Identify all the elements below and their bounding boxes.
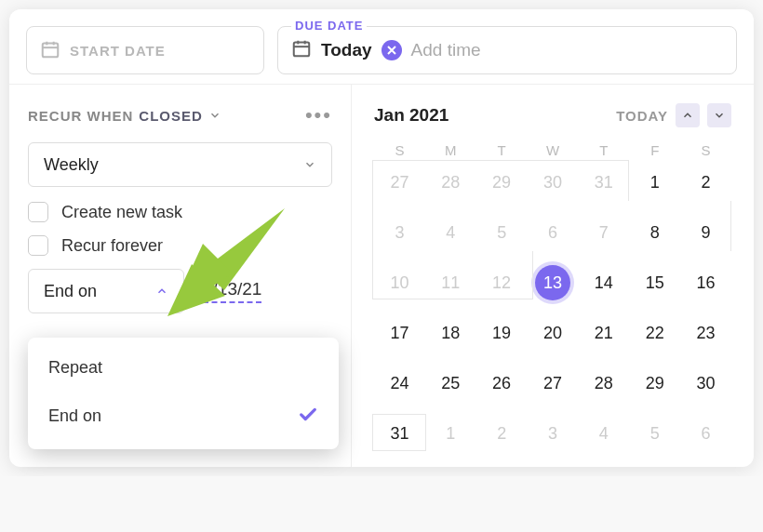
date-cell[interactable]: 29 (476, 167, 528, 197)
dow-label: F (629, 142, 680, 158)
frequency-select[interactable]: Weekly (28, 142, 332, 187)
date-cell[interactable]: 2 (476, 419, 528, 448)
date-cell[interactable]: 1 (629, 167, 680, 197)
end-mode-value: End on (44, 282, 97, 301)
dow-label: S (680, 142, 731, 158)
recur-state: CLOSED (139, 108, 203, 124)
date-cell[interactable]: 23 (680, 318, 731, 348)
recur-header: RECUR WHEN CLOSED ••• (28, 103, 332, 127)
dow-label: T (578, 142, 629, 158)
chevron-down-icon (303, 158, 316, 171)
calendar-icon (40, 39, 60, 62)
recurrence-panel: RECUR WHEN CLOSED ••• Weekly Create new … (9, 85, 352, 467)
date-cell[interactable]: 27 (374, 167, 425, 197)
date-cell[interactable]: 6 (528, 218, 579, 247)
dow-label: W (528, 142, 579, 158)
dropdown-item-end-on[interactable]: End on (28, 391, 339, 442)
end-mode-select[interactable]: End on (28, 269, 184, 313)
svg-rect-4 (294, 43, 310, 57)
dropdown-item-label: End on (48, 406, 101, 426)
date-cell[interactable]: 27 (528, 368, 579, 398)
header-row: START DATE DUE DATE Today Add time (9, 9, 754, 84)
date-cell[interactable]: 18 (425, 318, 476, 348)
date-cell[interactable]: 30 (528, 167, 579, 197)
chevron-down-icon (208, 109, 221, 122)
add-time-button[interactable]: Add time (411, 40, 481, 60)
calendar-header: Jan 2021 TODAY (374, 103, 731, 127)
frequency-value: Weekly (44, 155, 99, 175)
date-cell[interactable]: 5 (629, 419, 680, 448)
date-cell[interactable]: 13 (535, 265, 570, 300)
date-cell[interactable]: 31 (578, 167, 629, 197)
date-cell[interactable]: 17 (374, 318, 425, 348)
dropdown-item-label: Repeat (48, 358, 102, 378)
checkbox[interactable] (28, 202, 48, 222)
check-icon (298, 404, 318, 429)
recur-mode-toggle[interactable]: RECUR WHEN CLOSED (28, 108, 221, 124)
date-cell[interactable]: 12 (476, 268, 528, 298)
date-cell[interactable]: 14 (578, 268, 629, 298)
date-cell[interactable]: 30 (680, 368, 731, 398)
start-date-placeholder: START DATE (70, 43, 166, 59)
dow-row: SMTWTFS (374, 142, 731, 158)
date-cell[interactable]: 4 (578, 419, 629, 448)
date-cell[interactable]: 21 (578, 318, 629, 348)
dow-label: S (374, 142, 425, 158)
next-month-button[interactable] (707, 103, 731, 127)
more-options-button[interactable]: ••• (305, 103, 332, 127)
date-cell[interactable]: 4 (425, 218, 476, 247)
date-cell[interactable]: 7 (578, 218, 629, 247)
calendar-icon (291, 38, 312, 62)
start-date-button[interactable]: START DATE (26, 26, 264, 74)
due-date-box[interactable]: DUE DATE Today Add time (277, 26, 737, 74)
date-cell[interactable]: 3 (528, 419, 579, 448)
date-cell[interactable]: 19 (476, 318, 528, 348)
due-date-value: Today (321, 40, 372, 60)
chevron-up-icon (155, 285, 168, 298)
date-cell[interactable]: 26 (476, 368, 528, 398)
date-cell[interactable]: 10 (374, 268, 425, 298)
recur-forever-row[interactable]: Recur forever (28, 235, 332, 256)
due-date-label: DUE DATE (291, 19, 367, 33)
date-cell[interactable]: 1 (425, 419, 476, 448)
date-cell[interactable]: 28 (578, 368, 629, 398)
date-cell[interactable]: 29 (629, 368, 680, 398)
calendar-controls: TODAY (616, 103, 731, 127)
create-new-task-row[interactable]: Create new task (28, 202, 332, 222)
end-mode-row: End on 1/13/21 (28, 269, 332, 313)
date-cell[interactable]: 15 (629, 268, 680, 298)
dow-label: M (425, 142, 476, 158)
date-cell[interactable]: 24 (374, 368, 425, 398)
date-picker-modal: START DATE DUE DATE Today Add time RECUR… (9, 9, 754, 467)
date-cell[interactable]: 25 (425, 368, 476, 398)
today-button[interactable]: TODAY (616, 108, 668, 124)
recur-forever-label: Recur forever (61, 236, 163, 256)
date-cell[interactable]: 3 (374, 218, 425, 247)
svg-rect-0 (43, 43, 59, 57)
date-cell[interactable]: 28 (425, 167, 476, 197)
date-cell[interactable]: 8 (629, 218, 680, 247)
recur-prefix: RECUR WHEN (28, 108, 133, 124)
create-new-task-label: Create new task (61, 203, 182, 222)
date-cell[interactable]: 2 (680, 167, 731, 197)
clear-due-date-button[interactable] (382, 40, 402, 60)
date-cell[interactable]: 9 (680, 218, 731, 247)
date-cell[interactable]: 11 (425, 268, 476, 298)
end-mode-dropdown: Repeat End on (28, 338, 339, 449)
dow-label: T (476, 142, 528, 158)
date-cell[interactable]: 22 (629, 318, 680, 348)
prev-month-button[interactable] (676, 103, 700, 127)
date-cell[interactable]: 20 (528, 318, 579, 348)
date-cell[interactable]: 31 (374, 419, 425, 448)
end-date-input[interactable]: 1/13/21 (203, 279, 261, 303)
calendar-panel: Jan 2021 TODAY SMTWTFS 27282930311234567 (352, 85, 754, 467)
month-label: Jan 2021 (374, 105, 448, 126)
dropdown-item-repeat[interactable]: Repeat (28, 345, 339, 391)
dates-grid: 2728293031123456789101112131415161718192… (374, 167, 731, 448)
checkbox[interactable] (28, 235, 48, 256)
date-cell[interactable]: 6 (680, 419, 731, 448)
body-row: RECUR WHEN CLOSED ••• Weekly Create new … (9, 84, 754, 467)
date-cell[interactable]: 5 (476, 218, 528, 247)
date-cell[interactable]: 16 (680, 268, 731, 298)
